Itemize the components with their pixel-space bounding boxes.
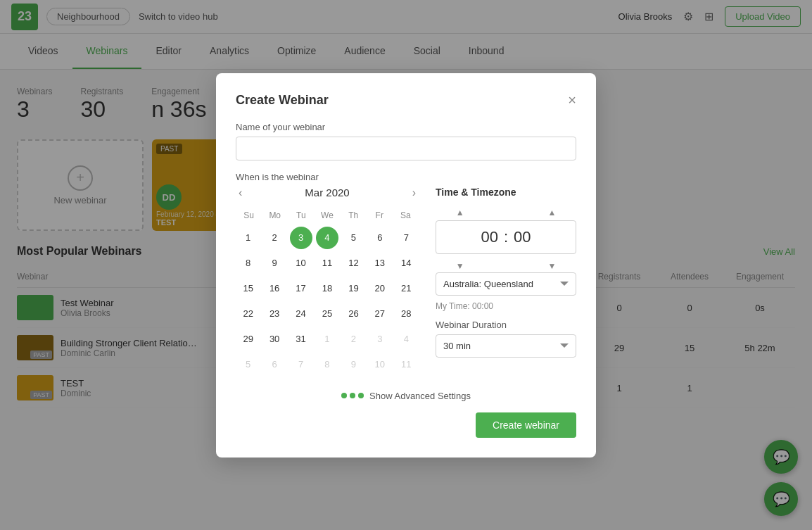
cal-day-apr-4[interactable]: 4 [395,328,417,351]
webinar-name-label: Name of your webinar [236,122,576,132]
calendar-next-button[interactable]: › [410,187,419,199]
cal-day-27[interactable]: 27 [369,303,391,325]
cal-day-apr-7[interactable]: 7 [290,353,312,376]
cal-day-apr-2[interactable]: 2 [342,328,364,351]
time-down-area: ▼ ▼ [436,260,576,272]
day-header-we: We [314,208,340,223]
dot-3 [358,393,364,398]
calendar-nav: ‹ Mar 2020 › [236,187,419,199]
cal-day-8[interactable]: 8 [237,252,260,275]
calendar-header: Su Mo Tu We Th Fr Sa [236,208,419,223]
day-header-mo: Mo [262,208,288,223]
create-webinar-button[interactable]: Create webinar [476,412,576,438]
dot-2 [350,393,355,398]
calendar-section: ‹ Mar 2020 › Su Mo Tu We Th Fr Sa [236,187,419,377]
minutes-down-button[interactable]: ▼ [542,260,562,272]
cal-day-apr-9[interactable]: 9 [342,353,364,376]
show-advanced-settings-link[interactable]: Show Advanced Settings [369,391,471,401]
cal-day-5[interactable]: 5 [342,227,364,249]
when-label: When is the webinar [236,172,576,182]
cal-day-2[interactable]: 2 [263,227,286,249]
calendar-month: Mar 2020 [305,187,349,198]
advanced-settings-row: Show Advanced Settings [236,391,576,401]
day-header-th: Th [341,208,367,223]
cal-day-26[interactable]: 26 [342,303,364,325]
cal-day-11[interactable]: 11 [316,252,338,275]
hours-up-button[interactable]: ▲ [450,206,470,219]
modal-close-button[interactable]: × [568,93,576,107]
cal-day-9[interactable]: 9 [263,252,286,275]
day-header-su: Su [236,208,262,223]
my-time: My Time: 00:00 [436,301,576,311]
cal-day-apr-6[interactable]: 6 [263,353,286,376]
modal-title: Create Webinar [236,93,329,108]
time-timezone-label: Time & Timezone [436,187,576,198]
cal-day-14[interactable]: 14 [395,252,417,275]
hours-down-button[interactable]: ▼ [450,260,470,272]
cal-day-30[interactable]: 30 [263,328,286,351]
cal-day-22[interactable]: 22 [237,303,260,325]
cal-day-apr-8[interactable]: 8 [316,353,338,376]
duration-label: Webinar Duration [436,320,576,330]
hours-value: 00 [481,228,497,246]
cal-day-15[interactable]: 15 [237,277,260,300]
cal-day-4-selected[interactable]: 4 [316,227,338,249]
cal-day-3-today[interactable]: 3 [290,227,312,249]
dots-decoration [341,393,364,398]
cal-day-19[interactable]: 19 [342,277,364,300]
cal-day-20[interactable]: 20 [369,277,391,300]
cal-day-1[interactable]: 1 [237,227,260,249]
cal-day-apr-10[interactable]: 10 [369,353,391,376]
cal-day-21[interactable]: 21 [395,277,417,300]
duration-select[interactable]: 15 min 30 min 45 min 1 hour 1.5 hours 2 … [436,334,576,358]
timezone-select[interactable]: Australia: Queensland Australia: Sydney … [436,272,576,296]
cal-day-apr-5[interactable]: 5 [237,353,260,376]
cal-day-apr-1[interactable]: 1 [316,328,338,351]
calendar-prev-button[interactable]: ‹ [236,187,245,199]
calendar-body: 1 2 3 4 5 6 7 8 9 10 11 12 13 1 [236,226,419,377]
dot-1 [341,393,347,398]
modal-footer: Create webinar [236,412,576,438]
webinar-name-input[interactable] [236,137,576,160]
day-header-sa: Sa [393,208,419,223]
cal-day-24[interactable]: 24 [290,303,312,325]
cal-day-18[interactable]: 18 [316,277,338,300]
cal-day-16[interactable]: 16 [263,277,286,300]
cal-day-29[interactable]: 29 [237,328,260,351]
cal-day-17[interactable]: 17 [290,277,312,300]
cal-day-23[interactable]: 23 [263,303,286,325]
cal-day-apr-11[interactable]: 11 [395,353,417,376]
minutes-value: 00 [514,228,531,246]
cal-day-31[interactable]: 31 [290,328,312,351]
time-colon: : [504,228,508,246]
calendar-grid: Su Mo Tu We Th Fr Sa 1 2 3 4 5 [236,208,419,377]
time-display: 00 : 00 [436,220,576,254]
cal-day-10[interactable]: 10 [290,252,312,275]
cal-day-7[interactable]: 7 [395,227,417,249]
time-section: Time & Timezone ▲ ▲ 00 : 00 ▼ ▼ [436,187,576,377]
modal-overlay: Create Webinar × Name of your webinar Wh… [0,0,812,530]
day-header-fr: Fr [367,208,393,223]
my-time-label: My Time: [436,301,470,311]
cal-day-12[interactable]: 12 [342,252,364,275]
modal-header: Create Webinar × [236,93,576,108]
cal-day-25[interactable]: 25 [316,303,338,325]
time-up-area: ▲ ▲ [436,206,576,219]
day-header-tu: Tu [288,208,314,223]
cal-day-28[interactable]: 28 [395,303,417,325]
minutes-up-button[interactable]: ▲ [542,206,562,219]
cal-day-13[interactable]: 13 [369,252,391,275]
create-webinar-modal: Create Webinar × Name of your webinar Wh… [216,73,596,458]
modal-body: ‹ Mar 2020 › Su Mo Tu We Th Fr Sa [236,187,576,377]
cal-day-apr-3[interactable]: 3 [369,328,391,351]
cal-day-6[interactable]: 6 [369,227,391,249]
my-time-value: 00:00 [472,301,493,311]
